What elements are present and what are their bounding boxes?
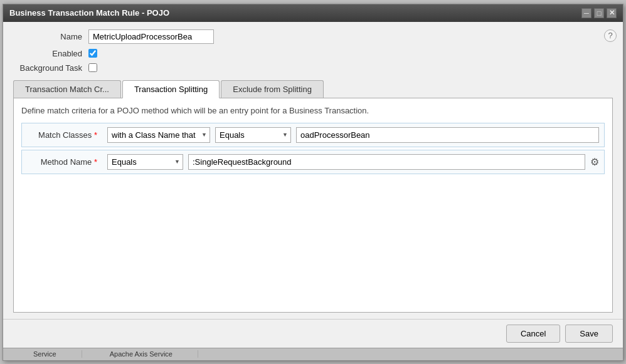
background-task-checkbox[interactable] — [88, 63, 97, 72]
tabs: Transaction Match Cr... Transaction Spli… — [13, 80, 613, 98]
method-name-required: * — [94, 157, 97, 167]
enabled-checkbox-wrap — [88, 49, 97, 58]
dialog-footer: Cancel Save — [3, 319, 623, 348]
name-label: Name — [13, 32, 88, 41]
status-bar-item-2: Apache Axis Service — [85, 350, 198, 358]
criteria-row-method-name: Method Name * Equals Contains Starts Wit… — [21, 150, 605, 174]
match-classes-type-select[interactable]: with a Class Name that with an Annotatio… — [107, 127, 210, 143]
method-name-type-select-wrapper: Equals Contains Starts With Ends With Ma… — [107, 154, 183, 170]
enabled-row: Enabled — [13, 49, 613, 58]
gear-button[interactable]: ⚙ — [590, 156, 599, 168]
name-row: Name — [13, 29, 613, 44]
match-classes-condition-select-wrapper: Equals Contains Starts With Ends With Ma… — [215, 127, 291, 143]
save-button[interactable]: Save — [565, 325, 613, 343]
background-task-checkbox-wrap — [88, 63, 97, 72]
name-input[interactable] — [88, 29, 214, 44]
method-name-text-input[interactable] — [188, 154, 585, 170]
match-classes-label: Match Classes * — [27, 130, 102, 140]
tab-content: Define match criteria for a POJO method … — [13, 98, 613, 313]
match-classes-text-input[interactable] — [296, 127, 599, 143]
match-classes-required: * — [94, 130, 97, 140]
title-bar: Business Transaction Match Rule - POJO ─… — [3, 4, 623, 22]
restore-button[interactable]: □ — [594, 8, 604, 18]
method-name-label: Method Name * — [27, 157, 102, 167]
background-task-label: Background Task — [13, 63, 88, 73]
cancel-button[interactable]: Cancel — [506, 325, 560, 343]
background-task-row: Background Task — [13, 63, 613, 73]
tab-description: Define match criteria for a POJO method … — [21, 106, 605, 115]
dialog-body: ? Name Enabled Background Task Transacti… — [3, 22, 623, 319]
match-classes-condition-select[interactable]: Equals Contains Starts With Ends With Ma… — [215, 127, 291, 143]
enabled-label: Enabled — [13, 49, 88, 58]
minimize-button[interactable]: ─ — [581, 8, 592, 18]
help-icon[interactable]: ? — [604, 29, 617, 42]
tab-transaction-match[interactable]: Transaction Match Cr... — [13, 80, 121, 98]
close-button[interactable]: ✕ — [607, 8, 617, 18]
method-name-type-select[interactable]: Equals Contains Starts With Ends With Ma… — [107, 154, 183, 170]
match-classes-type-select-wrapper: with a Class Name that with an Annotatio… — [107, 127, 210, 143]
dialog: Business Transaction Match Rule - POJO ─… — [3, 4, 623, 361]
dialog-title: Business Transaction Match Rule - POJO — [9, 8, 169, 18]
title-bar-controls: ─ □ ✕ — [581, 8, 617, 18]
enabled-checkbox[interactable] — [88, 49, 97, 58]
tab-exclude-splitting[interactable]: Exclude from Splitting — [221, 80, 324, 98]
status-bar: Service Apache Axis Service — [3, 348, 623, 360]
status-bar-item-1: Service — [8, 350, 82, 358]
criteria-row-match-classes: Match Classes * with a Class Name that w… — [21, 123, 605, 147]
tab-transaction-splitting[interactable]: Transaction Splitting — [122, 80, 220, 98]
